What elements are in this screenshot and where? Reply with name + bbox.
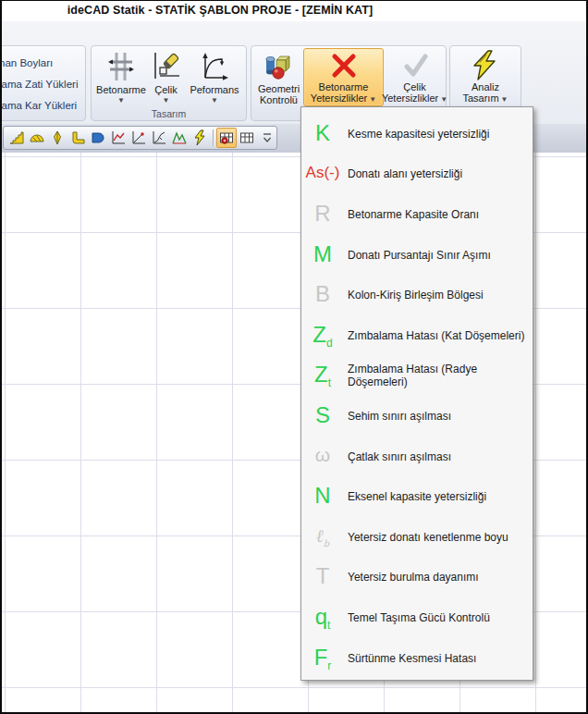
menu-item[interactable]: B Kolon-Kiriş Birleşim Bölgesi: [301, 275, 533, 315]
window-title: ideCAD Statik - STATİK ŞABLON PROJE - [Z…: [2, 4, 438, 17]
menu-item-label: Zımbalama Hatası (Radye Döşemeleri): [348, 363, 533, 388]
menu-item[interactable]: M Donatı Pursantajı Sınır Aşımı: [301, 235, 533, 276]
menu-item-symbol: T: [301, 563, 344, 591]
menu-item-label: Yetersiz donatı kenetlenme boyu: [348, 531, 508, 544]
menu-item[interactable]: qt Temel Taşıma Gücü Kontrolü: [301, 597, 533, 638]
dropdown-arrow-icon: ▼: [369, 95, 376, 104]
menu-item[interactable]: S Sehim sınırı aşılması: [301, 396, 533, 437]
grid-settings-icon[interactable]: [216, 128, 237, 148]
menu-item[interactable]: Zt Zımbalama Hatası (Radye Döşemeleri): [301, 356, 533, 397]
ribbon-group-left: nan Boyları lama Zati Yükleri lama Kar Y…: [0, 45, 86, 121]
toolbar-overflow-icon[interactable]: [257, 128, 277, 148]
celik-label: Çelik: [154, 84, 177, 95]
betonarme-icon: [105, 49, 137, 84]
titlebar: ideCAD Statik - STATİK ŞABLON PROJE - [Z…: [2, 1, 586, 22]
menu-item-symbol: S: [301, 402, 344, 430]
menu-item[interactable]: N Eksenel kapasite yetersizliği: [301, 476, 533, 517]
left-panel-item[interactable]: lama Zati Yükleri: [0, 75, 78, 93]
menu-item-symbol: R: [301, 201, 344, 228]
menu-item[interactable]: T Yetersiz burulma dayanımı: [301, 558, 533, 598]
gray-check-icon: [400, 49, 430, 81]
menu-item-symbol: Fr: [301, 645, 344, 672]
analiz-tasarim-button[interactable]: Analiz Tasarım▼: [454, 49, 517, 105]
betonarme-yetersizlikler-menu: K Kesme kapasitesi yetersizliği As(-) Do…: [300, 106, 533, 681]
menu-item-label: Eksenel kapasite yetersizliği: [348, 490, 486, 503]
toolbar-separator: [213, 129, 214, 146]
red-x-icon: [329, 49, 359, 81]
corner-icon[interactable]: [67, 128, 88, 148]
menu-item[interactable]: As(-) Donatı alanı yetersizliği: [301, 154, 533, 195]
menu-item-label: Kesme kapasitesi yetersizliği: [348, 128, 489, 141]
menu-item-label: Donatı Pursantajı Sınır Aşımı: [348, 249, 491, 262]
menu-item[interactable]: ℓb Yetersiz donatı kenetlenme boyu: [301, 517, 533, 558]
stairs-icon[interactable]: [6, 128, 27, 148]
menu-item-label: Yetersiz burulma dayanımı: [348, 571, 479, 584]
left-panel-item[interactable]: lama Kar Yükleri: [0, 96, 77, 115]
menu-item-symbol: qt: [301, 604, 344, 632]
menu-item-symbol: N: [301, 483, 344, 511]
lightning-small-icon[interactable]: [190, 128, 210, 148]
lightning-icon: [470, 49, 501, 81]
slab-icon[interactable]: [88, 128, 108, 148]
plumb-icon[interactable]: [47, 128, 67, 148]
betonarme-label: Betonarme: [96, 84, 146, 95]
geometri-kontrolu-button[interactable]: Geometri Kontrolü: [254, 49, 303, 105]
menu-item-label: Kolon-Kiriş Birleşim Bölgesi: [348, 289, 484, 302]
menu-item-label: Donatı alanı yetersizliği: [348, 167, 462, 180]
menu-item-label: Betonarme Kapasite Oranı: [348, 208, 479, 221]
analiz-tasarim-label: Analiz Tasarım▼: [454, 81, 517, 105]
menu-item-symbol: ω: [301, 444, 344, 469]
grid-icon[interactable]: [237, 128, 257, 148]
menu-item-symbol: M: [301, 241, 344, 269]
menu-item-symbol: ℓb: [301, 525, 344, 548]
ribbon-group-tasarim: Betonarme ▼ Çelik ▼: [91, 45, 247, 121]
group-label-tasarim: Tasarım: [92, 108, 246, 119]
menu-item[interactable]: K Kesme kapasitesi yetersizliği: [301, 114, 533, 154]
dropdown-arrow-icon: ▼: [211, 97, 218, 105]
dome-icon[interactable]: [27, 128, 47, 148]
menu-item-symbol: Zt: [301, 362, 344, 389]
menu-item[interactable]: Zd Zımbalama Hatası (Kat Döşemeleri): [301, 315, 533, 356]
menu-item-symbol: B: [301, 281, 344, 309]
menu-item-symbol: As(-): [301, 164, 344, 185]
menu-item-label: Sürtünme Kesmesi Hatası: [348, 652, 476, 665]
menu-item-label: Sehim sınırı aşılması: [348, 410, 451, 423]
app-window: ideCAD Statik - STATİK ŞABLON PROJE - [Z…: [0, 0, 588, 714]
dropdown-arrow-icon: ▼: [440, 95, 447, 104]
celik-icon: [151, 49, 182, 84]
geometri-kontrolu-label: Geometri Kontrolü: [254, 83, 303, 105]
performans-icon: [199, 49, 230, 84]
celik-yetersizlikler-button[interactable]: Çelik Yetersizlikler▼: [384, 49, 446, 105]
menu-item-label: Zımbalama Hatası (Kat Döşemeleri): [348, 329, 524, 342]
betonarme-yetersizlikler-label: Betonarme Yetersizlikler▼: [306, 81, 382, 105]
celik-button[interactable]: Çelik ▼: [149, 49, 183, 105]
celik-yetersizlikler-label: Çelik Yetersizlikler▼: [382, 81, 447, 105]
betonarme-button[interactable]: Betonarme ▼: [95, 49, 147, 105]
dropdown-arrow-icon: ▼: [163, 97, 170, 105]
menu-item-symbol: K: [301, 120, 344, 148]
spectrum-icon[interactable]: [169, 128, 190, 148]
dropdown-arrow-icon: ▼: [501, 95, 508, 104]
chart-point-icon[interactable]: [129, 128, 149, 148]
menu-item[interactable]: Fr Sürtünme Kesmesi Hatası: [301, 638, 533, 679]
chart-line-icon[interactable]: [108, 128, 129, 148]
dropdown-arrow-icon: ▼: [117, 97, 125, 105]
geometri-kontrolu-icon: [263, 49, 295, 83]
performans-button[interactable]: Peformans ▼: [185, 49, 244, 105]
quick-toolbar: [3, 126, 277, 150]
menu-item[interactable]: ω Çatlak sınırı aşılması: [301, 437, 533, 477]
menu-item[interactable]: R Betonarme Kapasite Oranı: [301, 194, 533, 235]
betonarme-yetersizlikler-button[interactable]: Betonarme Yetersizlikler▼: [303, 48, 384, 106]
menu-item-symbol: Zd: [301, 322, 344, 350]
performans-label: Peformans: [190, 84, 239, 95]
menu-item-label: Çatlak sınırı aşılması: [348, 450, 451, 463]
menu-item-label: Temel Taşıma Gücü Kontrolü: [348, 611, 490, 624]
left-panel-item[interactable]: nan Boyları: [0, 54, 53, 72]
chart-curve-icon[interactable]: [149, 128, 169, 148]
